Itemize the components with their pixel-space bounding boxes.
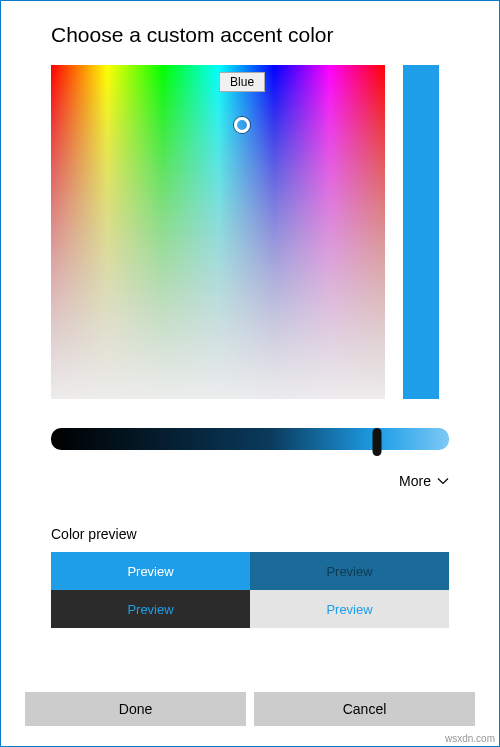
preview-grid: PreviewPreviewPreviewPreview: [51, 552, 449, 628]
saturation-value-area[interactable]: Blue: [51, 65, 385, 399]
preview-cell: Preview: [250, 552, 449, 590]
preview-label: Color preview: [1, 490, 499, 552]
color-picker-dialog: Choose a custom accent color Blue More C…: [0, 0, 500, 747]
chevron-down-icon: [437, 475, 449, 487]
cancel-button[interactable]: Cancel: [254, 692, 475, 726]
more-button[interactable]: More: [399, 473, 449, 489]
preview-cell: Preview: [250, 590, 449, 628]
watermark: wsxdn.com: [445, 733, 495, 744]
done-button[interactable]: Done: [25, 692, 246, 726]
hue-thumb[interactable]: [373, 428, 382, 456]
hue-slider[interactable]: [51, 428, 449, 456]
dialog-title: Choose a custom accent color: [1, 1, 499, 65]
value-bar[interactable]: [403, 65, 439, 399]
preview-cell: Preview: [51, 590, 250, 628]
preview-cell: Preview: [51, 552, 250, 590]
more-label: More: [399, 473, 431, 489]
